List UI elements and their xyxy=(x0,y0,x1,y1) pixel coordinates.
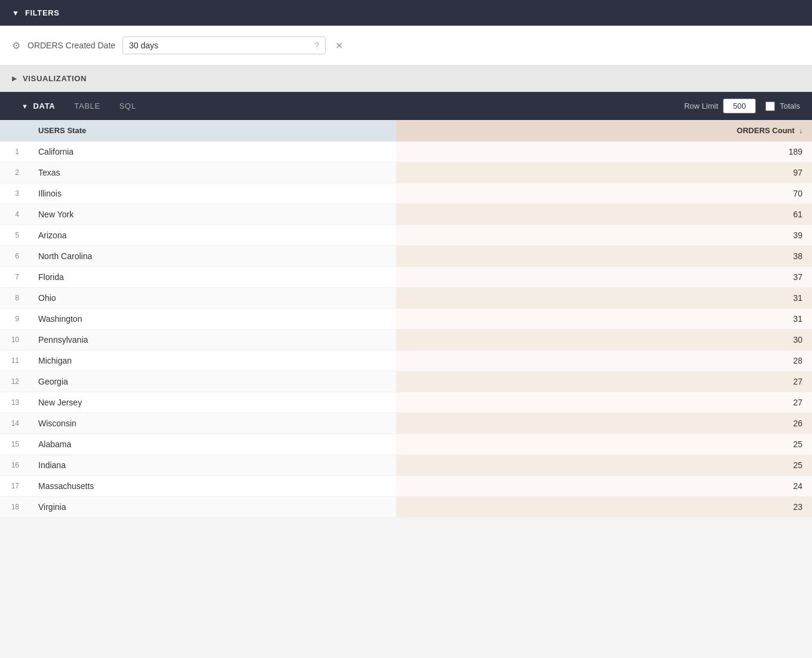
cell-count: 37 xyxy=(396,267,812,288)
cell-count: 27 xyxy=(396,371,812,392)
cell-state: North Carolina xyxy=(29,246,396,267)
cell-count: 26 xyxy=(396,413,812,434)
filter-date-input[interactable] xyxy=(129,41,310,50)
table-row: 8Ohio31 xyxy=(0,288,812,309)
cell-count: 24 xyxy=(396,476,812,497)
cell-num: 5 xyxy=(0,225,29,246)
cell-state: Indiana xyxy=(29,455,396,476)
filters-body: ⚙ ORDERS Created Date ? ✕ xyxy=(0,26,812,66)
cell-count: 70 xyxy=(396,183,812,204)
col-header-num xyxy=(0,120,29,142)
visualization-header[interactable]: ▶ VISUALIZATION xyxy=(0,66,812,92)
cell-num: 15 xyxy=(0,434,29,455)
filters-collapse-arrow: ▼ xyxy=(12,9,19,17)
filters-title: FILTERS xyxy=(25,8,60,17)
table-row: 12Georgia27 xyxy=(0,371,812,392)
filter-input-wrapper: ? xyxy=(122,36,326,54)
cell-state: Ohio xyxy=(29,288,396,309)
totals-area: Totals xyxy=(765,102,800,111)
visualization-section: ▶ VISUALIZATION xyxy=(0,66,812,92)
cell-state: Pennsylvania xyxy=(29,330,396,350)
cell-state: Texas xyxy=(29,162,396,183)
col-state-label: USERS State xyxy=(38,126,86,135)
table-container: USERS State ORDERS Count ↓ 1California18… xyxy=(0,120,812,518)
cell-state: Illinois xyxy=(29,183,396,204)
table-row: 6North Carolina38 xyxy=(0,246,812,267)
totals-label: Totals xyxy=(780,102,800,110)
cell-state: New Jersey xyxy=(29,392,396,413)
cell-state: Michigan xyxy=(29,350,396,371)
cell-count: 27 xyxy=(396,392,812,413)
row-limit-input[interactable] xyxy=(723,99,756,113)
cell-num: 13 xyxy=(0,392,29,413)
filter-label: ORDERS Created Date xyxy=(27,41,115,50)
cell-num: 2 xyxy=(0,162,29,183)
table-row: 11Michigan28 xyxy=(0,350,812,371)
sql-tab-label: SQL xyxy=(119,102,136,110)
col-header-count[interactable]: ORDERS Count ↓ xyxy=(396,120,812,142)
cell-num: 18 xyxy=(0,497,29,518)
table-row: 2Texas97 xyxy=(0,162,812,183)
data-table: USERS State ORDERS Count ↓ 1California18… xyxy=(0,120,812,518)
row-limit-area: Row Limit xyxy=(684,99,756,113)
cell-num: 7 xyxy=(0,267,29,288)
cell-num: 6 xyxy=(0,246,29,267)
cell-state: Alabama xyxy=(29,434,396,455)
cell-num: 11 xyxy=(0,350,29,371)
cell-num: 16 xyxy=(0,455,29,476)
data-section: ▼ DATA TABLE SQL Row Limit Totals USERS … xyxy=(0,92,812,518)
col-count-label: ORDERS Count xyxy=(737,126,795,135)
cell-count: 31 xyxy=(396,288,812,309)
cell-num: 1 xyxy=(0,142,29,162)
visualization-expand-arrow: ▶ xyxy=(12,75,17,82)
filters-header[interactable]: ▼ FILTERS xyxy=(0,0,812,26)
table-tab-label: TABLE xyxy=(74,102,100,110)
cell-count: 25 xyxy=(396,434,812,455)
cell-count: 30 xyxy=(396,330,812,350)
totals-checkbox[interactable] xyxy=(765,102,775,111)
table-row: 18Virginia23 xyxy=(0,497,812,518)
cell-count: 39 xyxy=(396,225,812,246)
filters-section: ▼ FILTERS ⚙ ORDERS Created Date ? ✕ xyxy=(0,0,812,66)
cell-num: 12 xyxy=(0,371,29,392)
cell-count: 23 xyxy=(396,497,812,518)
visualization-title: VISUALIZATION xyxy=(23,74,87,83)
cell-num: 8 xyxy=(0,288,29,309)
cell-num: 10 xyxy=(0,330,29,350)
cell-state: Virginia xyxy=(29,497,396,518)
cell-state: Arizona xyxy=(29,225,396,246)
table-row: 10Pennsylvania30 xyxy=(0,330,812,350)
table-row: 7Florida37 xyxy=(0,267,812,288)
data-tab-label: DATA xyxy=(33,102,56,110)
row-limit-label: Row Limit xyxy=(684,102,718,110)
cell-state: Florida xyxy=(29,267,396,288)
data-header: ▼ DATA TABLE SQL Row Limit Totals xyxy=(0,92,812,120)
table-row: 3Illinois70 xyxy=(0,183,812,204)
tab-sql[interactable]: SQL xyxy=(110,92,146,120)
help-icon[interactable]: ? xyxy=(314,41,319,50)
cell-num: 17 xyxy=(0,476,29,497)
table-row: 13New Jersey27 xyxy=(0,392,812,413)
cell-count: 31 xyxy=(396,309,812,330)
table-row: 17Massachusetts24 xyxy=(0,476,812,497)
cell-state: Massachusetts xyxy=(29,476,396,497)
col-header-state[interactable]: USERS State xyxy=(29,120,396,142)
cell-count: 25 xyxy=(396,455,812,476)
cell-count: 28 xyxy=(396,350,812,371)
cell-count: 38 xyxy=(396,246,812,267)
tab-table[interactable]: TABLE xyxy=(65,92,109,120)
table-row: 1California189 xyxy=(0,142,812,162)
table-row: 9Washington31 xyxy=(0,309,812,330)
cell-state: Georgia xyxy=(29,371,396,392)
tab-data[interactable]: ▼ DATA xyxy=(12,92,65,120)
cell-num: 4 xyxy=(0,204,29,225)
close-icon[interactable]: ✕ xyxy=(333,40,343,51)
cell-state: Washington xyxy=(29,309,396,330)
data-collapse-arrow: ▼ xyxy=(22,103,29,110)
cell-state: New York xyxy=(29,204,396,225)
table-row: 15Alabama25 xyxy=(0,434,812,455)
cell-state: California xyxy=(29,142,396,162)
cell-num: 14 xyxy=(0,413,29,434)
gear-icon[interactable]: ⚙ xyxy=(12,40,20,51)
cell-count: 97 xyxy=(396,162,812,183)
